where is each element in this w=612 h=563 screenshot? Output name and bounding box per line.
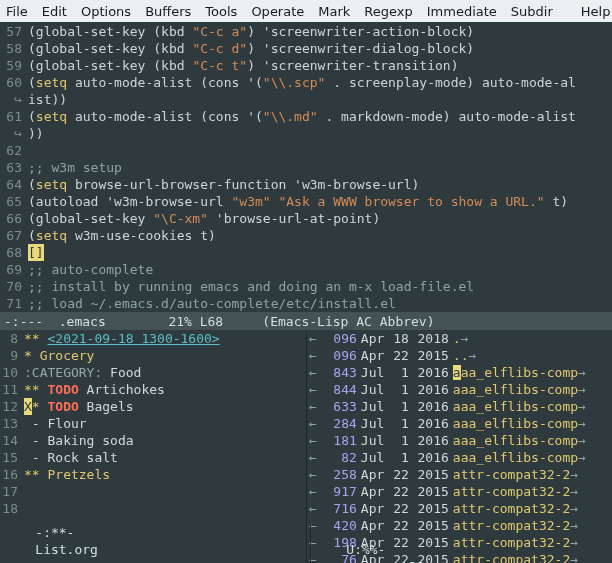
- org-token: ** Pretzels: [24, 466, 110, 483]
- org-line: 10:CATEGORY: Food: [0, 364, 306, 381]
- menu-operate[interactable]: Operate: [251, 3, 304, 20]
- modeline-spacer: [106, 313, 169, 330]
- code-line: 61(setq auto-mode-alist (cons '("\\.md" …: [0, 108, 612, 125]
- truncate-left-icon: ←: [307, 415, 319, 432]
- org-line: 16** Pretzels: [0, 466, 306, 483]
- file-name: attr-compat32-2: [453, 466, 570, 483]
- line-number: 17: [0, 483, 24, 500]
- dired-row[interactable]: ←096Apr182018.→: [307, 330, 612, 347]
- dired-row[interactable]: ←284Jul12016aaa_elflibs-comp→: [307, 415, 612, 432]
- file-size: 284: [319, 415, 357, 432]
- code-token: "C-c d": [192, 40, 247, 57]
- file-day: 1: [389, 415, 409, 432]
- file-name: aaa_elflibs-comp: [453, 398, 578, 415]
- file-size: 844: [319, 381, 357, 398]
- line-number: 65: [0, 193, 28, 210]
- line-number: 13: [0, 415, 24, 432]
- dired-row[interactable]: ←917Apr222015attr-compat32-2→: [307, 483, 612, 500]
- dired-row[interactable]: ←096Apr222015..→: [307, 347, 612, 364]
- org-line: 8** <2021-09-18 1300-1600>: [0, 330, 306, 347]
- code-token: global-set-key: [36, 40, 153, 57]
- modeline-buffer-name: .emacs: [59, 313, 106, 330]
- menu-help[interactable]: Help: [581, 3, 611, 20]
- menu-file[interactable]: File: [6, 3, 28, 20]
- truncate-right-icon: →: [468, 347, 476, 364]
- code-token: (: [28, 210, 36, 227]
- org-token: - Baking soda: [24, 432, 134, 449]
- truncate-left-icon: ←: [307, 466, 319, 483]
- dired-row[interactable]: ←633Jul12016aaa_elflibs-comp→: [307, 398, 612, 415]
- file-size: 633: [319, 398, 357, 415]
- org-token: :CATEGORY:: [24, 364, 102, 381]
- menu-mark[interactable]: Mark: [318, 3, 350, 20]
- org-token: Bagels: [79, 398, 134, 415]
- line-number: 70: [0, 278, 28, 295]
- menu-edit[interactable]: Edit: [42, 3, 67, 20]
- code-token: []: [28, 244, 44, 261]
- truncate-left-icon: ←: [307, 483, 319, 500]
- code-token: (: [28, 176, 36, 193]
- dired-row[interactable]: ←716Apr222015attr-compat32-2→: [307, 500, 612, 517]
- code-line: 65(autoload 'w3m-browse-url "w3m" "Ask a…: [0, 193, 612, 210]
- file-month: Apr: [357, 466, 389, 483]
- org-token: Food: [102, 364, 141, 381]
- line-number: 14: [0, 432, 24, 449]
- code-token: t): [545, 193, 568, 210]
- modeline-upper: -:--- .emacs 21% L68 (Emacs-Lisp AC Abbr…: [0, 312, 612, 330]
- file-year: 2016: [409, 432, 453, 449]
- file-day: 1: [389, 398, 409, 415]
- code-line: 58(global-set-key (kbd "C-c d") 'screenw…: [0, 40, 612, 57]
- code-token: "C-c a": [192, 23, 247, 40]
- truncate-right-icon: →: [578, 364, 586, 381]
- dired-row[interactable]: ←82Jul12016aaa_elflibs-comp→: [307, 449, 612, 466]
- file-month: Jul: [357, 415, 389, 432]
- code-token: . screenplay-mode) auto-mode-al: [325, 74, 575, 91]
- file-size: 181: [319, 432, 357, 449]
- truncate-right-icon: →: [570, 466, 578, 483]
- file-month: Apr: [357, 483, 389, 500]
- code-token: setq: [36, 176, 67, 193]
- truncate-left-icon: ←: [307, 381, 319, 398]
- file-year: 2015: [409, 500, 453, 517]
- dired-row[interactable]: ←181Jul12016aaa_elflibs-comp→: [307, 432, 612, 449]
- menu-subdir[interactable]: Subdir: [511, 3, 553, 20]
- menu-buffers[interactable]: Buffers: [145, 3, 191, 20]
- code-line: 68[]: [0, 244, 612, 261]
- file-day: 22: [389, 347, 409, 364]
- line-number: 11: [0, 381, 24, 398]
- dired-row[interactable]: ←843Jul12016aaa_elflibs-comp→: [307, 364, 612, 381]
- file-name: attr-compat32-2: [453, 500, 570, 517]
- dired-row[interactable]: ←844Jul12016aaa_elflibs-comp→: [307, 381, 612, 398]
- emacs-buffer-upper[interactable]: 57(global-set-key (kbd "C-c a") 'screenw…: [0, 22, 612, 312]
- line-number: 67: [0, 227, 28, 244]
- menu-regexp[interactable]: Regexp: [364, 3, 412, 20]
- truncate-right-icon: →: [570, 534, 578, 551]
- menu-options[interactable]: Options: [81, 3, 131, 20]
- menu-tools[interactable]: Tools: [205, 3, 237, 20]
- file-year: 2015: [409, 347, 453, 364]
- truncate-right-icon: →: [578, 398, 586, 415]
- truncate-right-icon: →: [570, 500, 578, 517]
- code-token: (: [28, 40, 36, 57]
- file-size: 096: [319, 330, 357, 347]
- line-number: 9: [0, 347, 24, 364]
- file-month: Jul: [357, 381, 389, 398]
- code-line: 70;; install by running emacs and doing …: [0, 278, 612, 295]
- file-year: 2016: [409, 364, 453, 381]
- code-token: (kbd: [153, 23, 192, 40]
- code-token: (kbd: [153, 57, 192, 74]
- code-token: setq: [36, 108, 67, 125]
- org-line: 12X* TODO Bagels: [0, 398, 306, 415]
- code-line: 64(setq browse-url-browser-function 'w3m…: [0, 176, 612, 193]
- code-line: 69;; auto-complete: [0, 261, 612, 278]
- file-name: aaa_elflibs-comp: [453, 364, 578, 381]
- code-token: )): [28, 125, 44, 142]
- code-token: (: [28, 74, 36, 91]
- code-token: ;; install by running emacs and doing an…: [28, 278, 474, 295]
- menu-immediate[interactable]: Immediate: [427, 3, 497, 20]
- truncate-right-icon: →: [578, 381, 586, 398]
- org-line: 11** TODO Artichokes: [0, 381, 306, 398]
- org-line: 14 - Baking soda: [0, 432, 306, 449]
- dired-row[interactable]: ←258Apr222015attr-compat32-2→: [307, 466, 612, 483]
- modeline-buffer-name: a-compat32: [346, 559, 424, 563]
